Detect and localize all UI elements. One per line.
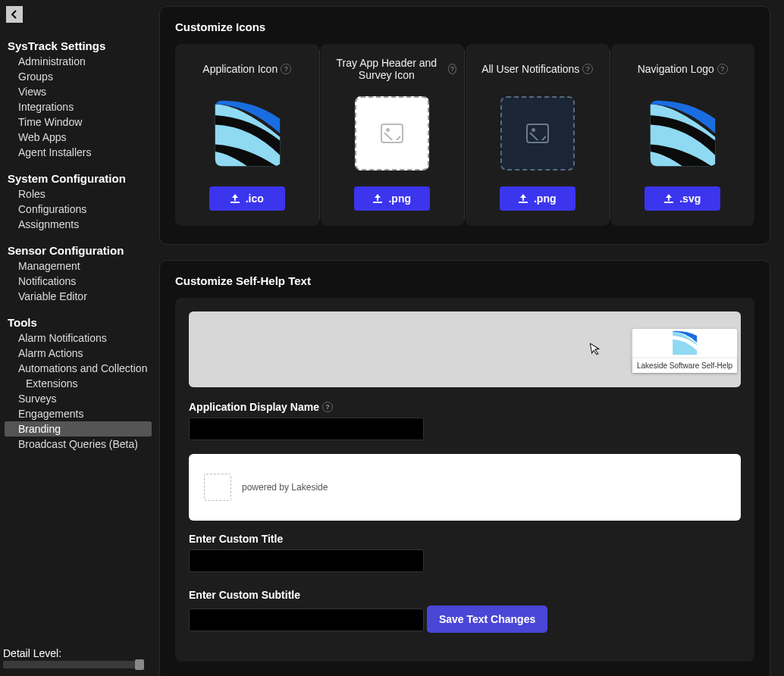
icon-card-title: Navigation Logo ?: [638, 55, 728, 83]
sidebar: SysTrack SettingsAdministrationGroupsVie…: [0, 0, 152, 676]
upload-btn-label: .png: [388, 192, 411, 205]
custom-subtitle-label: Enter Custom Subtitle: [189, 589, 741, 601]
help-icon[interactable]: ?: [448, 64, 456, 74]
nav-item-groups[interactable]: Groups: [5, 69, 152, 84]
custom-subtitle-input[interactable]: [189, 609, 424, 631]
upload-btn-label: .ico: [246, 192, 264, 205]
detail-level-label: Detail Level:: [3, 647, 144, 659]
custom-title-label: Enter Custom Title: [189, 533, 741, 545]
upload-ico-button[interactable]: .ico: [209, 186, 285, 211]
upload-icon: [519, 194, 528, 203]
nav-item-administration[interactable]: Administration: [5, 54, 152, 69]
upload-png-tray-button[interactable]: .png: [354, 186, 430, 211]
icon-card-title-text: Tray App Header and Survey Icon: [328, 57, 446, 81]
nav-item-variable-editor[interactable]: Variable Editor: [5, 289, 152, 304]
help-icon[interactable]: ?: [281, 64, 291, 74]
tray-preview-band: Lakeside Software Self-Help: [189, 311, 741, 387]
nav-item-web-apps[interactable]: Web Apps: [5, 130, 152, 145]
nav-section-title: Tools: [5, 311, 152, 330]
icon-preview: [644, 95, 720, 171]
nav-item-integrations[interactable]: Integrations: [5, 99, 152, 114]
panel-title-selfhelp: Customize Self-Help Text: [175, 274, 754, 287]
icon-preview: [354, 95, 430, 171]
nav-item-agent-installers[interactable]: Agent Installers: [5, 145, 152, 160]
nav-item-time-window[interactable]: Time Window: [5, 114, 152, 130]
nav-item-engagements[interactable]: Engagements: [5, 406, 152, 421]
chevron-left-icon: [9, 9, 20, 20]
icon-card-tray: Tray App Header and Survey Icon ? .png: [321, 44, 465, 226]
icon-card-row: Application Icon ? .ico: [175, 44, 754, 226]
lakeside-logo-small-icon: [671, 329, 698, 356]
nav-item-assignments[interactable]: Assignments: [5, 217, 152, 232]
nav-section-title: SysTrack Settings: [5, 35, 152, 54]
nav-section-title: Sensor Configuration: [5, 239, 152, 258]
upload-icon: [664, 194, 673, 203]
nav-item-branding[interactable]: Branding: [5, 421, 152, 437]
cursor-arrow-icon: [589, 341, 603, 359]
nav-item-alarm-actions[interactable]: Alarm Actions: [5, 346, 152, 361]
field-label-text: Application Display Name: [189, 401, 319, 413]
tray-chip: Lakeside Software Self-Help: [632, 328, 738, 372]
tray-tooltip-label: Lakeside Software Self-Help: [632, 358, 737, 373]
upload-icon: [230, 194, 240, 203]
icon-card-title-text: Application Icon: [202, 63, 278, 75]
icon-card-notifications: All User Notifications ? .png: [466, 44, 610, 226]
detail-level-control: Detail Level:: [3, 647, 144, 668]
image-placeholder-icon: [355, 96, 429, 171]
nav-item-roles[interactable]: Roles: [5, 186, 152, 202]
upload-btn-label: .svg: [679, 192, 701, 205]
upload-svg-button[interactable]: .svg: [644, 186, 720, 211]
help-icon[interactable]: ?: [717, 64, 728, 74]
nav-section-title: System Configuration: [5, 167, 152, 186]
nav-item-automations-and-collection[interactable]: Automations and Collection: [5, 361, 152, 376]
header-preview-band: powered by Lakeside: [189, 454, 741, 521]
upload-png-notif-button[interactable]: .png: [500, 186, 575, 211]
nav-item-surveys[interactable]: Surveys: [5, 391, 152, 406]
main-content: Customize Icons Application Icon ?: [152, 0, 784, 676]
icon-card-title-text: All User Notifications: [481, 63, 579, 75]
powered-by-text: powered by Lakeside: [242, 482, 328, 493]
collapse-sidebar-button[interactable]: [6, 6, 23, 23]
icon-card-title: Tray App Header and Survey Icon ?: [328, 55, 457, 83]
help-icon[interactable]: ?: [582, 64, 593, 74]
nav-item-notifications[interactable]: Notifications: [5, 274, 152, 289]
lakeside-logo-icon: [211, 97, 284, 170]
icon-card-application: Application Icon ? .ico: [175, 44, 319, 226]
nav-item-broadcast-queries-beta-[interactable]: Broadcast Queries (Beta): [5, 437, 152, 452]
help-icon[interactable]: ?: [322, 402, 333, 412]
upload-btn-label: .png: [534, 192, 557, 205]
icon-preview: [209, 95, 285, 171]
upload-icon: [373, 194, 382, 203]
nav-item-views[interactable]: Views: [5, 84, 152, 99]
icon-card-title: All User Notifications ?: [481, 55, 593, 83]
nav-item-configurations[interactable]: Configurations: [5, 202, 152, 217]
image-placeholder-dark-icon: [500, 96, 575, 171]
custom-title-input[interactable]: [189, 549, 424, 572]
slider-handle[interactable]: [135, 659, 144, 670]
nav-item-alarm-notifications[interactable]: Alarm Notifications: [5, 330, 152, 346]
icon-card-navlogo: Navigation Logo ? .svg: [611, 44, 755, 226]
small-image-placeholder-icon: [204, 474, 231, 501]
panel-title-icons: Customize Icons: [175, 20, 754, 33]
customize-icons-panel: Customize Icons Application Icon ?: [159, 6, 770, 245]
save-text-changes-button[interactable]: Save Text Changes: [427, 606, 547, 633]
app-display-name-label: Application Display Name ?: [189, 401, 741, 413]
icon-preview: [500, 95, 575, 171]
nav-item-management[interactable]: Management: [5, 258, 152, 274]
nav-item-extensions[interactable]: Extensions: [5, 376, 152, 391]
customize-selfhelp-panel: Customize Self-Help Text Lakeside Softwa…: [159, 260, 770, 676]
icon-card-title-text: Navigation Logo: [638, 63, 714, 75]
detail-level-slider[interactable]: [3, 661, 144, 668]
selfhelp-inner: Lakeside Software Self-Help Application …: [175, 298, 754, 662]
app-display-name-input[interactable]: [189, 418, 424, 440]
icon-card-title: Application Icon ?: [202, 55, 291, 83]
lakeside-logo-icon: [646, 97, 719, 170]
